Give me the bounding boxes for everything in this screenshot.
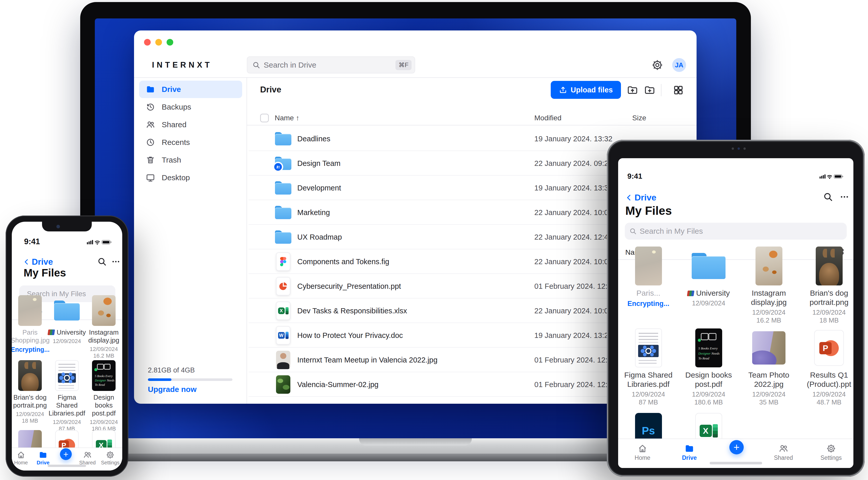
sidebar-item-drive[interactable]: Drive	[139, 81, 242, 98]
header-divider	[134, 77, 696, 78]
ipad-screen: 9:41 Drive My Files Name ↑ Paris	[618, 158, 854, 468]
pdf-thumbnail: 5 Books Every Designer Needs To Read	[92, 360, 116, 391]
ipad-frame: 9:41 Drive My Files Name ↑ Paris	[607, 140, 865, 477]
monitor-icon	[146, 173, 155, 182]
status-time: 9:41	[627, 172, 642, 180]
home-icon	[17, 451, 25, 459]
tab-home[interactable]: Home	[13, 451, 29, 466]
photo-thumbnail-uploading	[18, 295, 42, 326]
folder-icon	[275, 206, 291, 219]
table-header-divider	[247, 125, 696, 126]
shared-people-icon	[83, 451, 92, 459]
grid-item[interactable]: University 12/09/2024	[684, 246, 733, 307]
pdf-thumbnail	[635, 329, 662, 367]
photo-thumbnail	[276, 351, 290, 369]
grid-item[interactable]: Instagram display.jpg 12/09/2024 16.2 MB	[744, 246, 793, 324]
drive-search-input[interactable]	[264, 61, 392, 69]
page-title: My Files	[24, 267, 66, 279]
people-icon	[276, 164, 281, 169]
search-icon	[252, 61, 260, 69]
settings-gear-icon[interactable]	[651, 59, 663, 71]
column-header-modified[interactable]: Modified	[534, 114, 561, 122]
drive-folder-icon	[39, 451, 48, 459]
add-button[interactable]: +	[60, 448, 72, 460]
drive-search-bar[interactable]: ⌘F	[247, 56, 415, 73]
back-button[interactable]: Drive	[23, 257, 53, 267]
avatar[interactable]: JA	[672, 58, 686, 72]
pdf-thumbnail	[55, 360, 79, 391]
tab-drive[interactable]: Drive	[679, 444, 700, 461]
tab-shared[interactable]: Shared	[773, 444, 794, 461]
glasses-art	[701, 333, 717, 338]
zoom-window-button[interactable]	[166, 39, 173, 45]
excel-file-icon: X	[276, 302, 290, 320]
more-options-icon[interactable]	[111, 257, 120, 266]
photo-thumbnail-uploading	[635, 246, 662, 285]
search-icon[interactable]	[97, 257, 106, 266]
grid-item[interactable]: Brian's dog portrait.png 12/09/2024 18 M…	[12, 360, 49, 424]
sidebar-item-desktop[interactable]: Desktop	[139, 169, 242, 186]
grid-item[interactable]: Team Photo 2022.jpg 12/09/2024 35 MB	[744, 329, 793, 406]
search-icon	[629, 228, 637, 235]
search-input[interactable]	[640, 227, 842, 236]
tab-home[interactable]: Home	[632, 444, 653, 461]
grid-item[interactable]: University 12/09/2024	[48, 295, 86, 345]
grid-item[interactable]: Instagram display.jpg 12/09/2024 16.2 MB	[85, 295, 122, 359]
minimize-window-button[interactable]	[155, 39, 162, 45]
new-folder-button[interactable]	[643, 83, 657, 97]
grid-item[interactable]: Paris Shopping.jpg Encrypting...	[12, 295, 49, 353]
shared-people-icon	[779, 444, 788, 453]
back-button[interactable]: Drive	[625, 193, 656, 203]
close-window-button[interactable]	[144, 39, 151, 45]
column-header-name[interactable]: Name ↑	[275, 114, 299, 122]
photo-thumbnail	[752, 331, 785, 365]
grid-item[interactable]: 5 Books Every Designer Needs To Read Des…	[684, 329, 733, 406]
grid-view-button[interactable]	[671, 83, 685, 97]
sidebar-item-shared[interactable]: Shared	[139, 116, 242, 133]
tab-shared[interactable]: Shared	[79, 451, 96, 466]
settings-gear-icon	[106, 451, 115, 459]
upload-files-button[interactable]: Upload files	[551, 81, 621, 99]
search-icon[interactable]	[823, 192, 833, 202]
upgrade-link[interactable]: Upgrade now	[148, 385, 235, 394]
sidebar-item-recents[interactable]: Recents	[139, 134, 242, 151]
more-options-icon[interactable]	[840, 192, 849, 202]
folder-icon	[275, 132, 291, 145]
sidebar-item-backups[interactable]: Backups	[139, 98, 242, 116]
sort-asc-icon: ↑	[296, 114, 299, 122]
folder-icon	[692, 253, 725, 279]
grid-item[interactable]: Paris... Encrypting...	[624, 246, 673, 308]
chevron-left-icon	[625, 194, 633, 202]
column-header-size[interactable]: Size	[632, 114, 646, 122]
search-bar[interactable]	[625, 223, 847, 240]
grid-item[interactable]: Figma Shared Libraries.pdf 12/09/2024 87…	[624, 329, 673, 406]
settings-gear-icon	[826, 444, 836, 453]
pdf-thumbnail: 5 Books Every Designer Needs To Read	[695, 329, 722, 367]
upload-icon	[559, 86, 567, 94]
photo-thumbnail	[92, 295, 116, 326]
tab-settings[interactable]: Settings	[101, 451, 119, 466]
home-indicator[interactable]	[710, 462, 762, 465]
recents-clock-icon	[146, 138, 155, 147]
tab-drive[interactable]: Drive	[35, 451, 51, 466]
books-icon	[48, 330, 55, 335]
photo-thumbnail	[276, 375, 290, 394]
grid-item[interactable]: P Results Q1 (Product).ppt 12/09/2024 48…	[805, 329, 854, 406]
grid-view-icon	[673, 84, 684, 96]
tab-bar: Home Drive + Shared Settings	[12, 447, 122, 471]
photo-thumbnail	[755, 246, 782, 285]
iphone-frame: 9:41 Drive My Files Name ↑	[6, 215, 128, 477]
grid-item[interactable]: Brian's dog portrait.png 12/09/2024 18 M…	[805, 246, 854, 324]
page-title: Drive	[260, 85, 281, 95]
folder-upload-icon	[627, 84, 638, 96]
sidebar-item-trash[interactable]: Trash	[139, 151, 242, 169]
tab-settings[interactable]: Settings	[819, 444, 843, 461]
select-all-checkbox[interactable]	[260, 114, 269, 123]
figma-logo-icon	[280, 257, 286, 266]
add-button[interactable]: +	[730, 440, 744, 454]
home-indicator[interactable]	[48, 465, 86, 467]
upload-folder-button[interactable]	[625, 83, 640, 97]
grid-item[interactable]: Figma Shared Libraries.pdf 12/09/2024 87…	[48, 360, 86, 432]
grid-item[interactable]: 5 Books Every Designer Needs To Read Des…	[85, 360, 122, 432]
glasses-art	[97, 364, 111, 368]
